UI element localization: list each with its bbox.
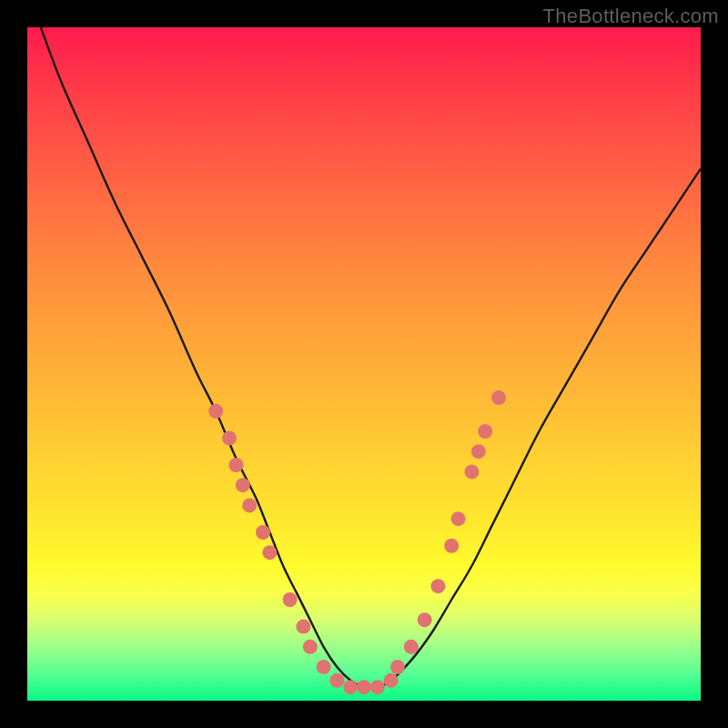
curve-marker [404, 640, 419, 654]
curve-marker [236, 478, 250, 492]
curve-marker [242, 498, 257, 512]
curve-marker [262, 545, 277, 560]
curve-marker [471, 444, 486, 459]
curve-marker [303, 640, 318, 654]
curve-marker [390, 660, 405, 674]
curve-marker [384, 673, 399, 688]
curve-marker [444, 539, 459, 553]
bottleneck-curve-svg [27, 27, 701, 701]
bottleneck-curve-path [41, 27, 701, 688]
curve-marker [296, 620, 310, 634]
curve-marker [357, 680, 371, 694]
curve-marker [208, 404, 223, 419]
curve-marker [418, 612, 432, 627]
curve-marker [283, 592, 298, 607]
chart-frame: TheBottleneck.com [0, 0, 728, 728]
curve-markers [208, 390, 506, 694]
plot-area [27, 27, 701, 701]
curve-marker [370, 680, 385, 694]
curve-marker [343, 680, 358, 694]
curve-marker [317, 660, 331, 674]
curve-marker [222, 430, 237, 445]
curve-marker [430, 579, 445, 593]
curve-marker [256, 525, 270, 540]
curve-marker [228, 458, 243, 472]
curve-marker [464, 464, 479, 479]
curve-marker [451, 511, 466, 526]
curve-marker [491, 390, 506, 405]
watermark-text: TheBottleneck.com [543, 5, 719, 28]
curve-marker [478, 424, 492, 439]
curve-marker [329, 673, 344, 688]
